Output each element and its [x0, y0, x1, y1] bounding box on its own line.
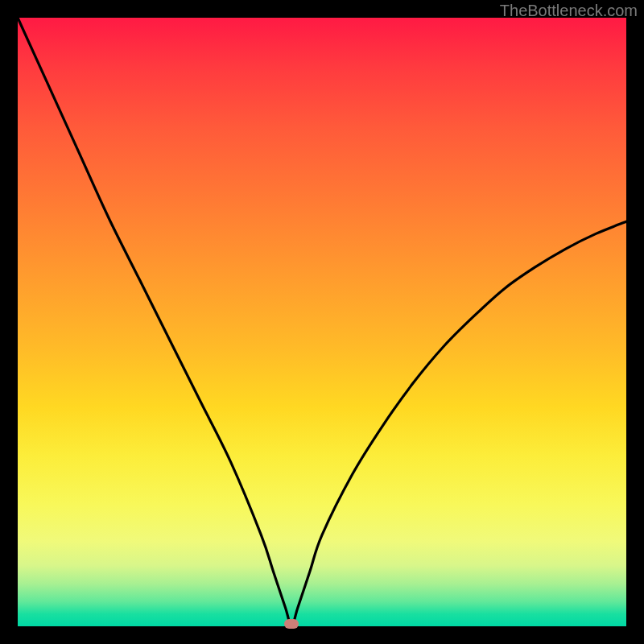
plot-area [18, 18, 626, 626]
bottleneck-curve [18, 18, 626, 626]
optimal-marker [284, 619, 299, 629]
chart-frame: TheBottleneck.com [0, 0, 644, 644]
attribution-text: TheBottleneck.com [500, 2, 638, 20]
